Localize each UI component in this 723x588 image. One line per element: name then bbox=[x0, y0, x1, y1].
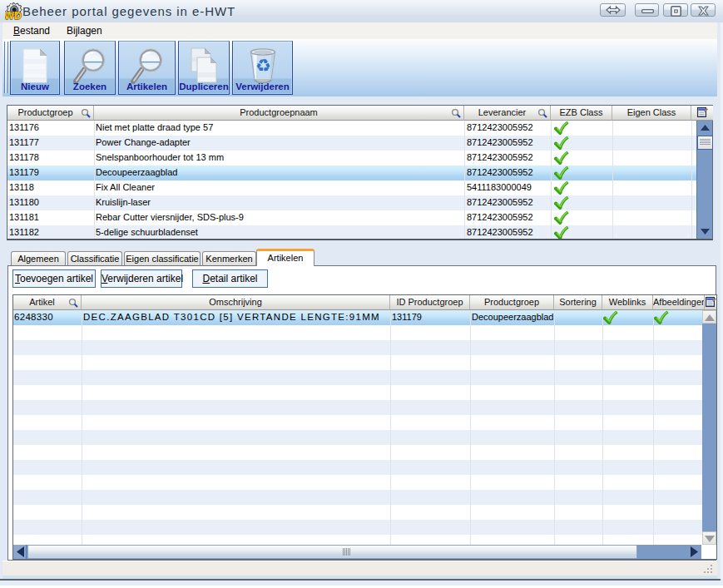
svg-text:♻: ♻ bbox=[255, 56, 271, 75]
svg-text:WD: WD bbox=[5, 10, 22, 21]
